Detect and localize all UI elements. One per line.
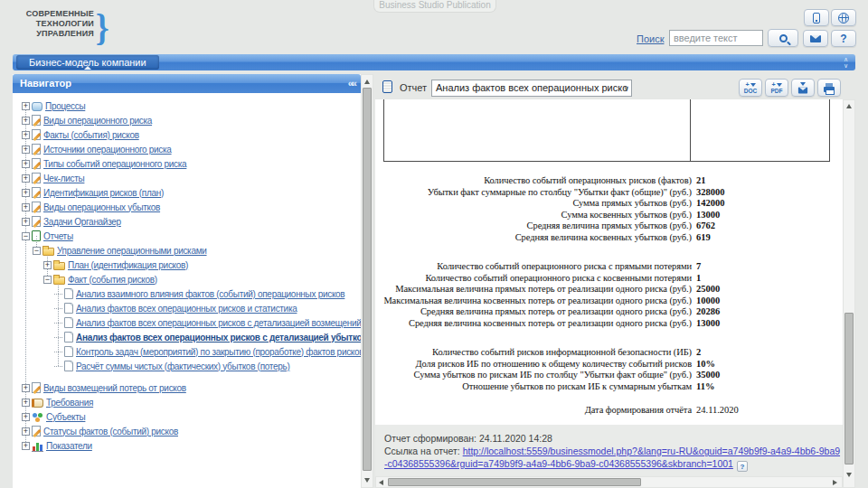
stat-value: 7 (696, 261, 701, 271)
mail-icon (798, 88, 807, 94)
tree-item-link[interactable]: Факт (события рисков) (68, 275, 157, 285)
doc-edit-icon (32, 158, 41, 169)
report-select-label: Отчет (400, 82, 427, 93)
stat-label: Средняя величина косвенных потерь от реа… (409, 318, 692, 328)
scroll-down-arrow[interactable] (364, 478, 370, 483)
tree-item-link[interactable]: Расчёт суммы чистых (фактических) убытко… (76, 361, 289, 371)
search-button[interactable] (768, 29, 798, 47)
stat-row: Средняя величина прямых убытков (руб.)67… (383, 221, 835, 232)
expand-node-icon[interactable]: + (22, 189, 30, 197)
tree-connector (54, 348, 62, 356)
scroll-left-arrow[interactable] (379, 480, 383, 485)
expand-node-icon[interactable]: + (22, 102, 30, 110)
navigator-header: Навигатор «« (13, 74, 361, 93)
tree-item-link[interactable]: Процессы (45, 101, 85, 111)
tree-row: Анализ фактов всех операционных рисков с… (13, 330, 361, 344)
stat-value: 13000 (696, 210, 720, 220)
scroll-down-arrow[interactable] (846, 473, 852, 477)
expand-node-icon[interactable]: + (22, 160, 30, 168)
doc-edit-icon (32, 173, 41, 183)
search-input[interactable] (669, 30, 763, 46)
folder-icon (53, 262, 65, 270)
report-select[interactable]: Анализ фактов всех операционных риско ∨ (431, 80, 632, 97)
tree-item-link[interactable]: Субъекты (46, 412, 85, 422)
tree-item-link[interactable]: Анализ фактов всех операционных рисков с… (76, 333, 361, 343)
language-button[interactable] (831, 9, 856, 26)
tree-row: −Управление операционными рисками (13, 243, 361, 258)
tree-connector (54, 290, 62, 298)
doc-edit-icon (32, 426, 41, 436)
tree-item-link[interactable]: Анализ фактов всех операционных рисков и… (76, 304, 297, 314)
expand-node-icon[interactable]: + (22, 131, 30, 139)
collapse-node-icon[interactable]: − (33, 247, 41, 255)
report-generated-line: Отчет сформирован: 24.11.2020 14:28 (384, 432, 843, 445)
tree-item-link[interactable]: Идентификация рисков (план) (43, 188, 164, 198)
tree-item-link[interactable]: Управление операционными рисками (57, 246, 207, 256)
tree-item-link[interactable]: Отчеты (43, 231, 73, 241)
stat-label: Максимальная величина прямых потерь от р… (395, 284, 692, 294)
expand-node-icon[interactable]: + (22, 384, 30, 392)
expand-node-icon[interactable]: + (22, 174, 30, 183)
print-button[interactable] (817, 79, 841, 97)
link-help-icon[interactable]: ? (737, 461, 748, 472)
tree-item-link[interactable]: Виды операционных убытков (43, 202, 160, 212)
tree-item-link[interactable]: Виды операционного риска (43, 116, 152, 126)
report-doc-icon (382, 80, 392, 93)
tree-item-link[interactable]: Источники операционного риска (43, 145, 172, 155)
expand-node-icon[interactable]: + (22, 218, 30, 226)
expand-node-icon[interactable]: + (22, 145, 30, 154)
tree-row: Контроль задач (мероприятий) по закрытию… (13, 344, 361, 359)
tabbar-collapse-icon[interactable]: ∧∨ (844, 56, 848, 69)
tree-item-link[interactable]: Контроль задач (мероприятий) по закрытию… (76, 347, 361, 357)
expand-node-icon[interactable]: + (22, 427, 30, 436)
scrollbar-thumb[interactable] (388, 478, 641, 486)
expand-node-icon[interactable]: + (22, 442, 30, 450)
export-doc-button[interactable]: + DOC (739, 79, 762, 97)
report-toolbar: Отчет Анализ фактов всех операционных ри… (375, 76, 843, 99)
scrollbar-thumb[interactable] (844, 313, 854, 465)
doc-edit-icon (32, 216, 41, 227)
help-button[interactable]: ? (831, 30, 856, 47)
tree-item-link[interactable]: Анализ фактов всех операционных рисков с… (76, 318, 361, 328)
scroll-up-arrow[interactable] (364, 80, 370, 84)
tree-item-link[interactable]: Статусы фактов (событий) рисков (43, 427, 178, 436)
tree-item-link[interactable]: Анализ взаимного влияния фактов (событий… (76, 289, 344, 299)
stat-label: Сумма косвенных убытков (руб.) (561, 210, 692, 220)
tree-row: +Факты (события) рисков (13, 127, 361, 142)
tree-row: +Виды операционных убытков (13, 200, 361, 214)
stat-label: Дата формирования отчёта (585, 405, 692, 415)
expand-node-icon[interactable]: + (22, 399, 30, 407)
stat-value: 2 (696, 347, 701, 357)
tree-item-link[interactable]: Требования (46, 398, 93, 408)
expand-node-icon[interactable]: + (22, 117, 30, 125)
export-pdf-button[interactable]: + PDF (765, 79, 788, 97)
collapse-node-icon[interactable]: − (43, 276, 52, 284)
scroll-right-arrow[interactable] (833, 480, 837, 485)
tree-item-link[interactable]: Виды возмещений потерь от рисков (43, 383, 186, 393)
tree-item-link[interactable]: План (идентификация рисков) (68, 260, 188, 270)
tab-business-model[interactable]: Бизнес-модель компании (16, 55, 159, 70)
collapse-node-icon[interactable]: − (22, 232, 30, 240)
mobile-version-button[interactable] (804, 9, 829, 26)
stat-label: Доля рисков ИБ по отношению к общему кол… (415, 359, 692, 369)
expand-node-icon[interactable]: + (43, 261, 52, 269)
stat-row: Сумма косвенных убытков (руб.)13000 (383, 210, 835, 221)
tree-item-link[interactable]: Показатели (46, 441, 92, 451)
tree-row: −Отчеты (13, 229, 361, 243)
expand-node-icon[interactable]: + (22, 203, 30, 211)
search-link[interactable]: Поиск (637, 33, 664, 44)
expand-node-icon[interactable]: + (22, 413, 30, 421)
feedback-button[interactable] (803, 30, 828, 47)
stat-row: Средняя величина косвенных убытков (руб.… (383, 232, 835, 244)
send-report-button[interactable] (791, 79, 815, 97)
tree-item-link[interactable]: Чек-листы (43, 174, 84, 183)
tree-item-link[interactable]: Типы событий операционного риска (43, 159, 186, 169)
navigator-title: Навигатор (20, 78, 71, 89)
tree-item-link[interactable]: Факты (события) рисков (43, 130, 139, 140)
stat-row: Сумма прямых убытков (руб.)142000 (383, 198, 835, 210)
scrollbar-thumb[interactable] (363, 88, 372, 471)
navigator-collapse-icon[interactable]: «« (348, 74, 355, 93)
tree-item-link[interactable]: Задачи Органайзер (43, 217, 121, 227)
stat-row: Сумма убытков по рискам ИБ по столбцу "У… (383, 370, 835, 381)
scroll-up-arrow[interactable] (846, 104, 852, 108)
